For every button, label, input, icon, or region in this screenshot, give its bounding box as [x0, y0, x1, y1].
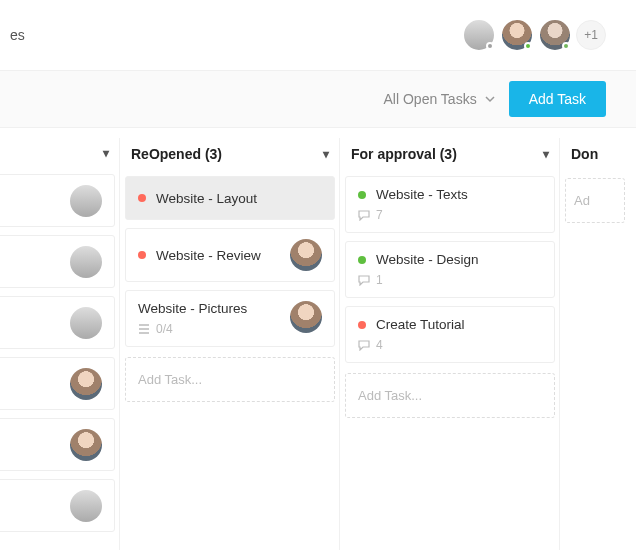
comment-count: 4 [376, 338, 383, 352]
column-header: ▾ [0, 138, 115, 174]
member-avatars: +1 [462, 18, 606, 52]
task-card[interactable] [0, 479, 115, 532]
filter-label: All Open Tasks [384, 91, 477, 107]
header-fragment: es [10, 27, 25, 43]
column-for-approval: For approval (3) ▾ Website - Texts 7 [345, 138, 555, 540]
column-menu-icon[interactable]: ▾ [543, 147, 549, 161]
column-reopened: ReOpened (3) ▾ Website - Layout Website … [125, 138, 335, 540]
column-title: Don [571, 146, 598, 162]
card-meta: 0/4 [138, 322, 282, 336]
column-partial-left: ▾ oto ge / Cover ees [0, 138, 115, 540]
comment-count: 1 [376, 273, 383, 287]
avatar-user-1[interactable] [462, 18, 496, 52]
avatar-icon [70, 490, 102, 522]
avatar-icon [70, 429, 102, 461]
card-title: Website - Layout [156, 191, 257, 206]
task-card[interactable] [0, 418, 115, 471]
avatar-icon [70, 368, 102, 400]
card-title: Website - Review [156, 248, 261, 263]
avatar-icon [70, 185, 102, 217]
comment-count: 7 [376, 208, 383, 222]
status-dot-icon [138, 194, 146, 202]
task-card[interactable]: Website - Review [125, 228, 335, 282]
header-row: es +1 [0, 0, 636, 70]
task-card[interactable]: ge / Cover [0, 235, 115, 288]
task-card[interactable]: Create Tutorial 4 [345, 306, 555, 363]
avatar-more[interactable]: +1 [576, 20, 606, 50]
comment-icon [358, 339, 370, 351]
column-title: ReOpened (3) [131, 146, 222, 162]
card-title: Website - Texts [376, 187, 468, 202]
divider [559, 138, 560, 550]
kanban-viewport: es +1 All Open Tasks Add Task ▾ oto [0, 0, 636, 550]
column-title: For approval (3) [351, 146, 457, 162]
card-meta: 4 [358, 338, 542, 352]
status-dot-icon [138, 251, 146, 259]
checklist-icon [138, 323, 150, 335]
avatar-icon [70, 246, 102, 278]
card-title: Create Tutorial [376, 317, 465, 332]
column-menu-icon[interactable]: ▾ [323, 147, 329, 161]
task-card[interactable]: Website - Texts 7 [345, 176, 555, 233]
add-task-button[interactable]: Add Task [509, 81, 606, 117]
toolbar: All Open Tasks Add Task [0, 70, 636, 128]
card-title: Website - Design [376, 252, 479, 267]
add-task-input[interactable]: Add Task... [345, 373, 555, 418]
kanban-board: ▾ oto ge / Cover ees [0, 128, 636, 550]
task-card[interactable]: Website - Pictures 0/4 [125, 290, 335, 347]
add-task-input[interactable]: Add Task... [125, 357, 335, 402]
column-menu-icon[interactable]: ▾ [103, 146, 109, 160]
divider [119, 138, 120, 550]
status-dot-icon [358, 256, 366, 264]
task-card[interactable]: Website - Layout [125, 176, 335, 220]
task-card[interactable]: Website - Design 1 [345, 241, 555, 298]
column-header: For approval (3) ▾ [345, 138, 555, 176]
card-meta: 1 [358, 273, 542, 287]
chevron-down-icon [485, 94, 495, 104]
avatar-icon [290, 239, 322, 271]
column-header: Don [565, 138, 625, 176]
comment-icon [358, 274, 370, 286]
column-done-partial: Don Ad [565, 138, 625, 540]
task-card[interactable]: ees [0, 357, 115, 410]
filter-dropdown[interactable]: All Open Tasks [384, 91, 495, 107]
task-card[interactable]: oto [0, 174, 115, 227]
comment-icon [358, 209, 370, 221]
avatar-icon [290, 301, 322, 333]
avatar-icon [70, 307, 102, 339]
add-task-input[interactable]: Ad [565, 178, 625, 223]
avatar-user-3[interactable] [538, 18, 572, 52]
card-meta: 7 [358, 208, 542, 222]
checklist-count: 0/4 [156, 322, 173, 336]
avatar-user-2[interactable] [500, 18, 534, 52]
status-dot-icon [358, 191, 366, 199]
status-dot-icon [358, 321, 366, 329]
card-title: Website - Pictures [138, 301, 247, 316]
task-card[interactable] [0, 296, 115, 349]
column-header: ReOpened (3) ▾ [125, 138, 335, 176]
divider [339, 138, 340, 550]
